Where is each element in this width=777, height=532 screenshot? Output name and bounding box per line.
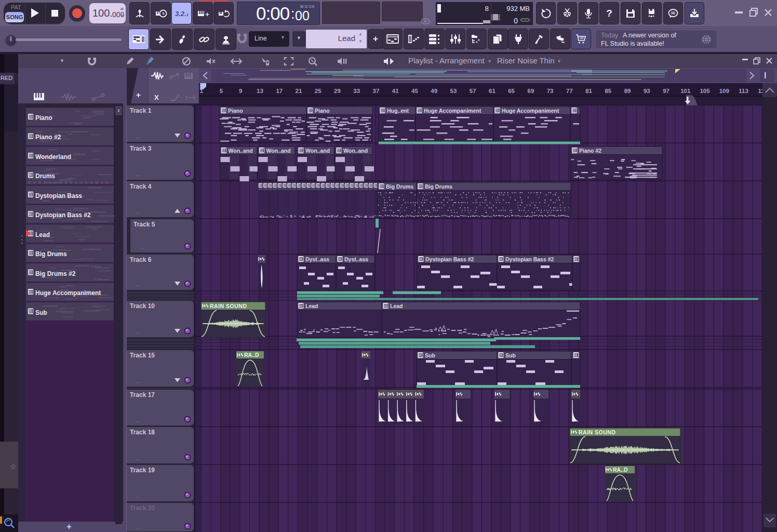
- svg-text:Track 3: Track 3: [130, 145, 152, 152]
- svg-text:41: 41: [392, 88, 399, 94]
- svg-text:RA..D: RA..D: [613, 467, 628, 473]
- svg-text:109: 109: [719, 88, 729, 94]
- svg-text:89: 89: [624, 88, 631, 94]
- svg-text:Big Drums #2: Big Drums #2: [35, 270, 76, 277]
- svg-text:Drums: Drums: [35, 172, 55, 180]
- svg-text:Dyst..ass: Dyst..ass: [344, 256, 368, 262]
- svg-text:57: 57: [470, 88, 476, 94]
- svg-text:RAIN SOUND: RAIN SOUND: [579, 429, 616, 435]
- svg-text:97: 97: [663, 88, 669, 94]
- svg-text:105: 105: [700, 88, 710, 94]
- svg-text:Track 18: Track 18: [130, 429, 155, 436]
- svg-text:Won..and: Won..and: [229, 148, 253, 154]
- svg-text:Dystopian Bass #2: Dystopian Bass #2: [505, 256, 554, 262]
- svg-text:61: 61: [489, 88, 495, 94]
- svg-text:...: ...: [139, 244, 143, 250]
- svg-text:Huge Accompaniment: Huge Accompaniment: [424, 108, 481, 114]
- svg-text:Track 19: Track 19: [130, 467, 155, 474]
- svg-text:Big Drums: Big Drums: [35, 250, 67, 258]
- svg-text:Dystopian Bass #2: Dystopian Bass #2: [425, 256, 474, 262]
- svg-text:...: ...: [136, 171, 140, 177]
- svg-text:Huge Accompaniment: Huge Accompaniment: [502, 108, 559, 114]
- svg-text:Track 20: Track 20: [130, 504, 155, 512]
- svg-text:RAIN SOUND: RAIN SOUND: [210, 303, 247, 309]
- svg-text:Wonderland: Wonderland: [35, 153, 71, 161]
- svg-text:Big Drums: Big Drums: [425, 183, 452, 190]
- svg-text:Track 1: Track 1: [130, 107, 152, 114]
- svg-text:...: ...: [136, 209, 140, 215]
- svg-text:73: 73: [547, 88, 554, 94]
- svg-text:Sub: Sub: [505, 352, 516, 358]
- svg-text:85: 85: [605, 88, 611, 94]
- svg-text:113: 113: [739, 88, 748, 94]
- svg-text:Track 15: Track 15: [130, 352, 155, 359]
- svg-text:53: 53: [450, 88, 457, 94]
- svg-text:...: ...: [136, 282, 140, 287]
- svg-text:69: 69: [528, 88, 534, 94]
- svg-text:Huge Accompaniment: Huge Accompaniment: [35, 289, 101, 297]
- svg-text:49: 49: [431, 88, 437, 94]
- svg-text:29: 29: [334, 88, 341, 94]
- svg-text:Dyst..ass: Dyst..ass: [305, 256, 329, 262]
- svg-text:Track 17: Track 17: [130, 391, 155, 398]
- svg-text:Piano #2: Piano #2: [35, 134, 61, 141]
- svg-text:Piano #2: Piano #2: [579, 148, 601, 154]
- svg-text:9: 9: [239, 88, 242, 94]
- svg-text:Track 10: Track 10: [130, 302, 155, 310]
- svg-text:Lead: Lead: [305, 303, 318, 309]
- svg-text:Track 6: Track 6: [130, 256, 152, 263]
- svg-text:81: 81: [585, 88, 592, 94]
- svg-text:Dystopian Bass: Dystopian Bass: [35, 192, 82, 200]
- svg-text:+: +: [66, 522, 71, 531]
- svg-text:Won..and: Won..and: [305, 148, 330, 154]
- svg-text:RA..D: RA..D: [244, 352, 259, 358]
- svg-text:...: ...: [136, 329, 140, 335]
- svg-text:13: 13: [257, 88, 263, 94]
- svg-text:Hug..ent: Hug..ent: [387, 108, 409, 114]
- svg-text:Won..and: Won..and: [266, 148, 291, 154]
- svg-text:...: ...: [136, 524, 140, 530]
- svg-text:...: ...: [136, 378, 140, 384]
- svg-text:101: 101: [680, 88, 691, 94]
- svg-text:Sub: Sub: [425, 352, 435, 358]
- svg-text:Track 5: Track 5: [133, 221, 155, 228]
- svg-text:77: 77: [566, 88, 573, 94]
- svg-text:Won..and: Won..and: [343, 148, 368, 154]
- svg-text:45: 45: [411, 88, 418, 94]
- svg-text:...: ...: [136, 455, 140, 461]
- svg-text:...: ...: [136, 417, 140, 423]
- svg-text:5: 5: [220, 88, 223, 94]
- svg-text:+: +: [205, 10, 209, 18]
- svg-text:37: 37: [373, 88, 380, 94]
- svg-text:?: ?: [606, 8, 612, 19]
- svg-text:Piano: Piano: [315, 108, 330, 114]
- svg-text:33: 33: [353, 88, 360, 94]
- svg-text:Track 4: Track 4: [130, 183, 152, 190]
- svg-text:Lead: Lead: [35, 231, 50, 238]
- svg-text:Big Drums: Big Drums: [386, 183, 413, 190]
- svg-text:...: ...: [136, 134, 140, 139]
- svg-text:Dystopian Bass #2: Dystopian Bass #2: [35, 211, 91, 219]
- svg-text:25: 25: [315, 88, 321, 94]
- svg-text:Lead: Lead: [390, 303, 403, 309]
- svg-text:17: 17: [276, 88, 283, 94]
- svg-text:21: 21: [296, 88, 302, 94]
- svg-text:65: 65: [508, 88, 515, 94]
- svg-text:Sub: Sub: [35, 309, 47, 316]
- svg-text:Piano: Piano: [35, 114, 52, 122]
- svg-text:...: ...: [136, 493, 140, 499]
- svg-text:3.2.1: 3.2.1: [175, 10, 189, 18]
- svg-text:Piano: Piano: [228, 108, 243, 114]
- svg-text:93: 93: [644, 88, 650, 94]
